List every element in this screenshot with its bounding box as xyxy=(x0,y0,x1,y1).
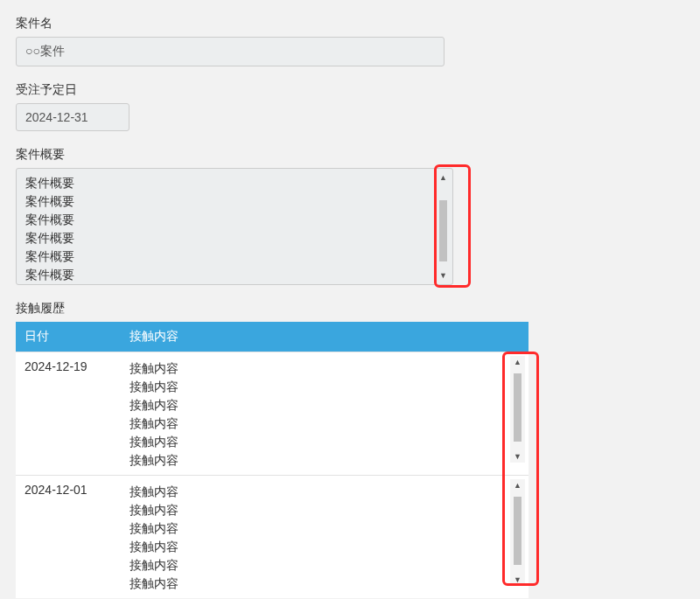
history-content-line: 接触内容 xyxy=(130,483,504,501)
history-date-cell: 2024-12-01 xyxy=(16,476,121,599)
history-content-line: 接触内容 xyxy=(130,451,504,470)
scrollbar-thumb[interactable] xyxy=(439,200,447,261)
history-header-content: 接触内容 xyxy=(121,322,528,352)
scroll-down-icon[interactable]: ▼ xyxy=(510,574,525,586)
scrollbar-track[interactable] xyxy=(510,368,525,450)
project-name-label: 案件名 xyxy=(16,16,684,31)
history-content-line: 接触内容 xyxy=(130,501,504,519)
scrollbar-thumb[interactable] xyxy=(514,497,522,565)
scrollbar-thumb[interactable] xyxy=(514,373,522,442)
history-label: 接触履歴 xyxy=(16,301,684,317)
scroll-up-icon[interactable]: ▲ xyxy=(510,479,525,491)
history-header-date: 日付 xyxy=(16,322,121,352)
history-content-line: 接触内容 xyxy=(130,433,504,451)
overview-label: 案件概要 xyxy=(16,147,684,163)
history-content-line: 接触内容 xyxy=(130,538,504,556)
history-content-line: 接触内容 xyxy=(130,575,504,593)
history-content-line: 接触内容 xyxy=(130,396,504,414)
overview-textarea[interactable]: 案件概要 案件概要 案件概要 案件概要 案件概要 案件概要 ▲ ▼ xyxy=(16,168,453,285)
table-row: 2024-12-19 接触内容 接触内容 接触内容 接触内容 接触内容 接触内容 xyxy=(16,352,528,476)
history-content-line: 接触内容 xyxy=(130,378,504,396)
order-date-label: 受注予定日 xyxy=(16,82,684,98)
overview-line: 案件概要 xyxy=(25,211,431,229)
history-content-line: 接触内容 xyxy=(130,359,504,378)
overview-line: 案件概要 xyxy=(25,192,431,211)
scroll-up-icon[interactable]: ▲ xyxy=(510,356,525,368)
history-content-line: 接触内容 xyxy=(130,556,504,575)
scroll-down-icon[interactable]: ▼ xyxy=(436,268,451,282)
project-name-field[interactable]: ○○案件 xyxy=(16,37,444,66)
scroll-down-icon[interactable]: ▼ xyxy=(510,450,525,463)
scrollbar-track[interactable] xyxy=(436,185,451,268)
cell-scrollbar[interactable]: ▲ ▼ xyxy=(510,356,525,463)
scroll-up-icon[interactable]: ▲ xyxy=(436,171,451,185)
scrollbar-track[interactable] xyxy=(510,491,525,574)
overview-line: 案件概要 xyxy=(25,266,431,284)
history-content-line: 接触内容 xyxy=(130,414,504,433)
cell-scrollbar[interactable]: ▲ ▼ xyxy=(510,479,525,586)
history-table: 日付 接触内容 2024-12-19 接触内容 接触内容 接触内容 接触内容 xyxy=(16,322,528,598)
history-content-line: 接触内容 xyxy=(130,519,504,538)
history-content-cell[interactable]: 接触内容 接触内容 接触内容 接触内容 接触内容 接触内容 ▲ xyxy=(121,352,528,476)
order-date-field[interactable]: 2024-12-31 xyxy=(16,103,130,131)
history-date-cell: 2024-12-19 xyxy=(16,352,121,476)
overview-scrollbar[interactable]: ▲ ▼ xyxy=(436,171,451,282)
overview-line: 案件概要 xyxy=(25,229,431,247)
table-row: 2024-12-01 接触内容 接触内容 接触内容 接触内容 接触内容 接触内容 xyxy=(16,476,528,599)
overview-line: 案件概要 xyxy=(25,174,431,192)
history-content-cell[interactable]: 接触内容 接触内容 接触内容 接触内容 接触内容 接触内容 ▲ xyxy=(121,476,528,599)
overview-line: 案件概要 xyxy=(25,247,431,266)
